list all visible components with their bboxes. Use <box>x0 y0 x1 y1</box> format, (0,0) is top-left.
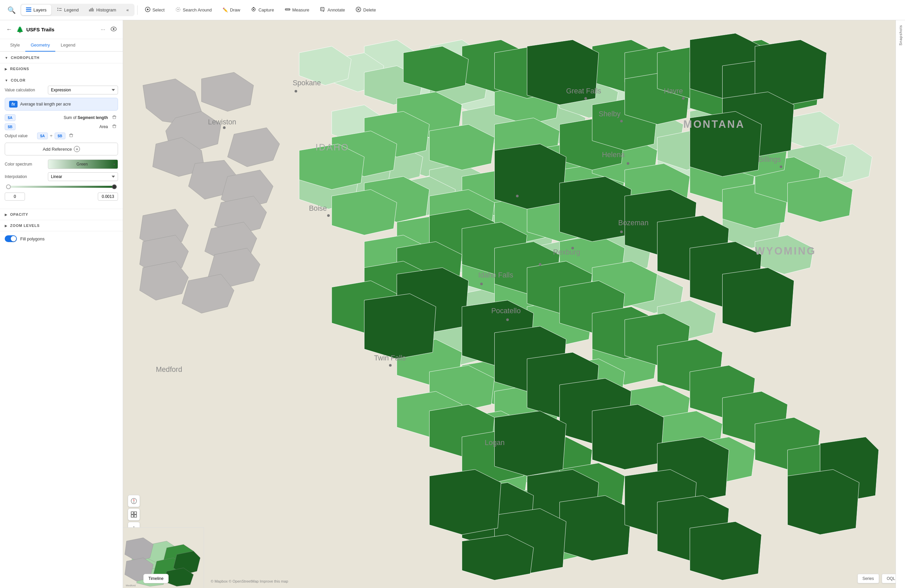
svg-text:Boise: Boise <box>309 204 327 212</box>
tab-legend[interactable]: Legend <box>52 5 83 15</box>
oql-label: OQL <box>887 576 895 581</box>
svg-rect-9 <box>92 8 93 11</box>
svg-marker-256 <box>133 501 135 503</box>
collapse-button[interactable]: « <box>122 5 133 14</box>
search-button[interactable]: 🔍 <box>4 3 19 17</box>
svg-point-234 <box>389 364 392 367</box>
delete-var-a-button[interactable] <box>111 114 118 121</box>
tool-capture-label: Capture <box>258 8 274 13</box>
svg-point-233 <box>506 318 509 321</box>
search-around-icon <box>175 7 181 13</box>
svg-point-221 <box>295 90 297 93</box>
layers-icon <box>26 7 31 13</box>
annotate-icon <box>320 7 325 13</box>
tool-delete[interactable]: Delete <box>351 4 381 16</box>
tab-layers[interactable]: Layers <box>21 5 51 15</box>
back-button[interactable]: ← <box>5 25 13 34</box>
delete-var-b-button[interactable] <box>111 123 118 130</box>
tool-capture[interactable]: Capture <box>246 4 278 16</box>
choropleth-header[interactable]: ▼ Choropleth <box>0 52 123 63</box>
tab-legend-panel[interactable]: Legend <box>55 39 81 52</box>
svg-rect-1 <box>26 9 31 10</box>
svg-point-230 <box>620 230 623 233</box>
color-spectrum-label: Color spectrum <box>5 162 45 167</box>
svg-text:Lewiston: Lewiston <box>208 118 237 126</box>
svg-text:Idaho Falls: Idaho Falls <box>478 271 513 279</box>
svg-text:Bozeman: Bozeman <box>618 219 648 227</box>
color-header[interactable]: ▼ COLOR <box>0 74 123 86</box>
color-spectrum-preview[interactable]: Green ▾ <box>48 159 118 169</box>
map-area[interactable]: Spokane Lewiston Great Falls Havre Shelb… <box>123 20 905 588</box>
tool-draw-label: Draw <box>230 8 240 13</box>
range-row <box>5 192 118 200</box>
svg-marker-218 <box>788 470 859 535</box>
choropleth-label: Choropleth <box>11 56 40 60</box>
spectrum-arrow: ▾ <box>113 162 115 166</box>
color-section-body: Value calculation Expression fx Average … <box>0 86 123 209</box>
layer-type-icon: 🌲 <box>16 26 24 33</box>
series-button[interactable]: Series <box>857 574 879 583</box>
add-reference-button[interactable]: Add Reference + <box>5 143 118 156</box>
tab-style[interactable]: Style <box>5 39 25 52</box>
tool-annotate-label: Annotate <box>327 8 345 13</box>
svg-marker-193 <box>495 144 566 209</box>
svg-point-222 <box>223 126 225 129</box>
svg-rect-257 <box>131 512 133 514</box>
zoom-header[interactable]: ▶ ZOOM LEVELS <box>0 220 123 231</box>
svg-point-223 <box>584 97 587 100</box>
svg-rect-258 <box>134 512 137 514</box>
slider-thumb-left[interactable] <box>6 184 11 189</box>
tool-search-around-label: Search Around <box>183 8 212 13</box>
compass-button[interactable] <box>128 495 140 507</box>
color-slider[interactable] <box>5 186 118 188</box>
svg-text:Pocatello: Pocatello <box>491 307 521 315</box>
svg-text:Spokane: Spokane <box>293 79 321 87</box>
interpolation-select[interactable]: Linear <box>48 172 118 181</box>
svg-point-232 <box>480 283 483 285</box>
tool-search-around[interactable]: Search Around <box>171 4 216 16</box>
tool-draw[interactable]: ✏️ Draw <box>218 5 245 15</box>
regions-header[interactable]: ▶ REGIONS <box>0 63 123 74</box>
svg-rect-40 <box>70 135 73 137</box>
svg-point-224 <box>682 97 685 100</box>
svg-point-14 <box>177 9 179 10</box>
draw-icon: ✏️ <box>222 8 228 13</box>
interpolation-row: Interpolation Linear <box>5 172 118 181</box>
svg-point-228 <box>516 195 519 197</box>
copyright-text: © Mapbox © OpenStreetMap Improve this ma… <box>211 579 288 583</box>
tool-annotate[interactable]: Annotate <box>315 4 350 16</box>
tool-measure[interactable]: Measure <box>280 4 314 16</box>
tab-style-label: Style <box>10 43 20 48</box>
tab-geometry[interactable]: Geometry <box>25 39 55 52</box>
tab-histogram[interactable]: Histogram <box>84 5 121 15</box>
svg-text:Medford: Medford <box>156 366 182 373</box>
tab-histogram-label: Histogram <box>96 8 116 13</box>
snapshots-button[interactable]: Snapshots <box>899 25 903 46</box>
delete-output-button[interactable] <box>67 132 75 139</box>
timeline-button[interactable]: Timeline <box>143 574 168 583</box>
legend-icon <box>57 7 62 13</box>
fill-polygons-toggle[interactable] <box>5 235 17 242</box>
range-max-input[interactable] <box>98 192 118 200</box>
svg-rect-0 <box>26 8 31 8</box>
value-calc-select[interactable]: Expression <box>48 86 118 94</box>
tab-layers-label: Layers <box>33 8 46 13</box>
expand-button[interactable] <box>128 509 140 521</box>
value-calc-label: Value calculation <box>5 87 45 92</box>
var-b-row: $B Area <box>5 123 118 130</box>
tool-select[interactable]: Select <box>140 4 169 16</box>
svg-marker-209 <box>560 496 631 561</box>
color-arrow: ▼ <box>5 79 8 82</box>
svg-point-29 <box>113 28 114 30</box>
divide-symbol: ÷ <box>50 133 52 138</box>
slider-thumb-right[interactable] <box>112 184 117 189</box>
opacity-header[interactable]: ▶ OPACITY <box>0 209 123 220</box>
var-b-badge: $B <box>5 123 16 130</box>
layer-menu-button[interactable]: ··· <box>100 25 106 34</box>
layer-visibility-button[interactable] <box>109 25 118 34</box>
series-label: Series <box>862 576 874 581</box>
range-min-input[interactable] <box>5 192 25 200</box>
toggle-thumb <box>11 236 16 242</box>
collapse-icon: « <box>127 8 129 13</box>
svg-point-12 <box>147 9 148 10</box>
